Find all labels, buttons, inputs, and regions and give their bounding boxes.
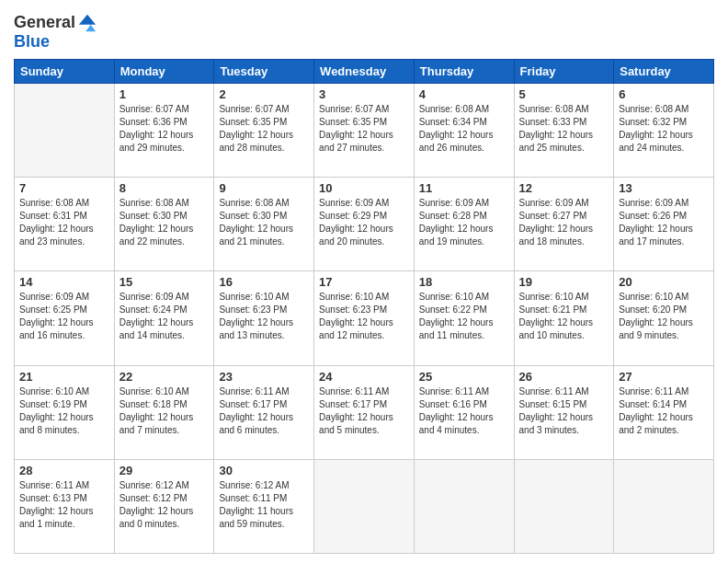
day-number: 12 [519, 181, 609, 195]
calendar-cell: 29Sunrise: 6:12 AMSunset: 6:12 PMDayligh… [114, 459, 214, 553]
day-info: Sunrise: 6:11 AMSunset: 6:17 PMDaylight:… [219, 385, 309, 437]
day-info: Sunrise: 6:10 AMSunset: 6:19 PMDaylight:… [19, 385, 109, 437]
day-info: Sunrise: 6:10 AMSunset: 6:21 PMDaylight:… [519, 291, 609, 342]
calendar-cell [314, 459, 415, 553]
day-number: 20 [619, 275, 709, 289]
calendar-cell: 16Sunrise: 6:10 AMSunset: 6:23 PMDayligh… [214, 271, 314, 365]
week-row-2: 7Sunrise: 6:08 AMSunset: 6:31 PMDaylight… [15, 178, 714, 271]
weekday-header-wednesday: Wednesday [314, 59, 415, 83]
calendar-cell: 17Sunrise: 6:10 AMSunset: 6:23 PMDayligh… [314, 271, 415, 365]
day-number: 29 [119, 464, 210, 477]
day-info: Sunrise: 6:11 AMSunset: 6:16 PMDaylight:… [419, 385, 509, 437]
day-info: Sunrise: 6:09 AMSunset: 6:29 PMDaylight:… [319, 197, 409, 248]
day-number: 24 [319, 370, 409, 384]
day-number: 26 [519, 370, 609, 384]
calendar-cell: 7Sunrise: 6:08 AMSunset: 6:31 PMDaylight… [15, 178, 115, 271]
day-info: Sunrise: 6:08 AMSunset: 6:31 PMDaylight:… [19, 197, 109, 248]
week-row-4: 21Sunrise: 6:10 AMSunset: 6:19 PMDayligh… [15, 365, 714, 459]
weekday-header-sunday: Sunday [15, 59, 115, 83]
day-number: 18 [419, 275, 509, 289]
calendar-cell: 4Sunrise: 6:08 AMSunset: 6:34 PMDaylight… [414, 83, 514, 177]
day-number: 4 [419, 87, 509, 101]
calendar-cell: 24Sunrise: 6:11 AMSunset: 6:17 PMDayligh… [314, 365, 415, 459]
calendar-cell: 15Sunrise: 6:09 AMSunset: 6:24 PMDayligh… [114, 271, 214, 365]
calendar-cell: 20Sunrise: 6:10 AMSunset: 6:20 PMDayligh… [614, 271, 714, 365]
day-info: Sunrise: 6:12 AMSunset: 6:12 PMDaylight:… [119, 479, 210, 531]
day-info: Sunrise: 6:08 AMSunset: 6:34 PMDaylight:… [419, 103, 509, 155]
logo: General Blue [14, 13, 97, 52]
calendar-cell: 26Sunrise: 6:11 AMSunset: 6:15 PMDayligh… [514, 365, 614, 459]
day-info: Sunrise: 6:10 AMSunset: 6:23 PMDaylight:… [219, 291, 309, 342]
logo-icon [77, 13, 97, 33]
day-info: Sunrise: 6:10 AMSunset: 6:20 PMDaylight:… [619, 291, 709, 342]
day-number: 1 [119, 87, 210, 101]
week-row-1: 1Sunrise: 6:07 AMSunset: 6:36 PMDaylight… [15, 83, 714, 177]
day-number: 6 [619, 87, 709, 101]
day-info: Sunrise: 6:10 AMSunset: 6:18 PMDaylight:… [119, 385, 210, 437]
day-number: 9 [219, 181, 309, 195]
day-number: 22 [119, 370, 210, 384]
calendar-cell: 5Sunrise: 6:08 AMSunset: 6:33 PMDaylight… [514, 83, 614, 177]
day-info: Sunrise: 6:07 AMSunset: 6:35 PMDaylight:… [319, 103, 409, 155]
day-number: 15 [119, 275, 210, 289]
day-number: 7 [19, 181, 109, 195]
day-info: Sunrise: 6:08 AMSunset: 6:30 PMDaylight:… [119, 197, 210, 248]
calendar-cell: 21Sunrise: 6:10 AMSunset: 6:19 PMDayligh… [15, 365, 115, 459]
day-number: 19 [519, 275, 609, 289]
calendar-cell: 11Sunrise: 6:09 AMSunset: 6:28 PMDayligh… [414, 178, 514, 271]
calendar-cell: 10Sunrise: 6:09 AMSunset: 6:29 PMDayligh… [314, 178, 415, 271]
day-info: Sunrise: 6:08 AMSunset: 6:33 PMDaylight:… [519, 103, 609, 155]
weekday-header-tuesday: Tuesday [214, 59, 314, 83]
day-info: Sunrise: 6:09 AMSunset: 6:27 PMDaylight:… [519, 197, 609, 248]
day-info: Sunrise: 6:11 AMSunset: 6:17 PMDaylight:… [319, 385, 409, 437]
day-number: 25 [419, 370, 509, 384]
calendar-cell: 1Sunrise: 6:07 AMSunset: 6:36 PMDaylight… [114, 83, 214, 177]
day-number: 16 [219, 275, 309, 289]
day-info: Sunrise: 6:10 AMSunset: 6:22 PMDaylight:… [419, 291, 509, 342]
weekday-header-thursday: Thursday [414, 59, 514, 83]
calendar-cell: 6Sunrise: 6:08 AMSunset: 6:32 PMDaylight… [614, 83, 714, 177]
header: General Blue [14, 9, 714, 52]
day-info: Sunrise: 6:11 AMSunset: 6:13 PMDaylight:… [19, 479, 109, 531]
day-info: Sunrise: 6:07 AMSunset: 6:36 PMDaylight:… [119, 103, 210, 155]
calendar-cell: 30Sunrise: 6:12 AMSunset: 6:11 PMDayligh… [214, 459, 314, 553]
day-number: 28 [19, 464, 109, 477]
calendar-cell: 18Sunrise: 6:10 AMSunset: 6:22 PMDayligh… [414, 271, 514, 365]
logo-general-text: General [14, 14, 75, 32]
weekday-header-saturday: Saturday [614, 59, 714, 83]
calendar-cell: 25Sunrise: 6:11 AMSunset: 6:16 PMDayligh… [414, 365, 514, 459]
calendar-cell: 28Sunrise: 6:11 AMSunset: 6:13 PMDayligh… [15, 459, 115, 553]
day-info: Sunrise: 6:07 AMSunset: 6:35 PMDaylight:… [219, 103, 309, 155]
calendar-cell [614, 459, 714, 553]
calendar-cell: 3Sunrise: 6:07 AMSunset: 6:35 PMDaylight… [314, 83, 415, 177]
day-number: 5 [519, 87, 609, 101]
logo-blue-text: Blue [14, 33, 97, 52]
calendar-table: SundayMondayTuesdayWednesdayThursdayFrid… [14, 59, 714, 554]
svg-marker-1 [85, 25, 96, 31]
day-number: 8 [119, 181, 210, 195]
calendar-cell: 13Sunrise: 6:09 AMSunset: 6:26 PMDayligh… [614, 178, 714, 271]
calendar-cell [15, 83, 115, 177]
day-number: 2 [219, 87, 309, 101]
day-info: Sunrise: 6:09 AMSunset: 6:26 PMDaylight:… [619, 197, 709, 248]
calendar-cell: 2Sunrise: 6:07 AMSunset: 6:35 PMDaylight… [214, 83, 314, 177]
calendar-cell: 23Sunrise: 6:11 AMSunset: 6:17 PMDayligh… [214, 365, 314, 459]
day-number: 14 [19, 275, 109, 289]
page: General Blue SundayMondayTuesdayWednesda… [0, 0, 728, 563]
day-number: 30 [219, 464, 309, 477]
day-number: 17 [319, 275, 409, 289]
week-row-3: 14Sunrise: 6:09 AMSunset: 6:25 PMDayligh… [15, 271, 714, 365]
day-number: 13 [619, 181, 709, 195]
calendar-cell: 9Sunrise: 6:08 AMSunset: 6:30 PMDaylight… [214, 178, 314, 271]
day-info: Sunrise: 6:11 AMSunset: 6:15 PMDaylight:… [519, 385, 609, 437]
calendar-cell: 14Sunrise: 6:09 AMSunset: 6:25 PMDayligh… [15, 271, 115, 365]
weekday-header-monday: Monday [114, 59, 214, 83]
day-number: 10 [319, 181, 409, 195]
weekday-header-friday: Friday [514, 59, 614, 83]
week-row-5: 28Sunrise: 6:11 AMSunset: 6:13 PMDayligh… [15, 459, 714, 553]
day-info: Sunrise: 6:09 AMSunset: 6:28 PMDaylight:… [419, 197, 509, 248]
calendar-cell: 22Sunrise: 6:10 AMSunset: 6:18 PMDayligh… [114, 365, 214, 459]
calendar-cell [514, 459, 614, 553]
day-number: 3 [319, 87, 409, 101]
calendar-cell: 12Sunrise: 6:09 AMSunset: 6:27 PMDayligh… [514, 178, 614, 271]
